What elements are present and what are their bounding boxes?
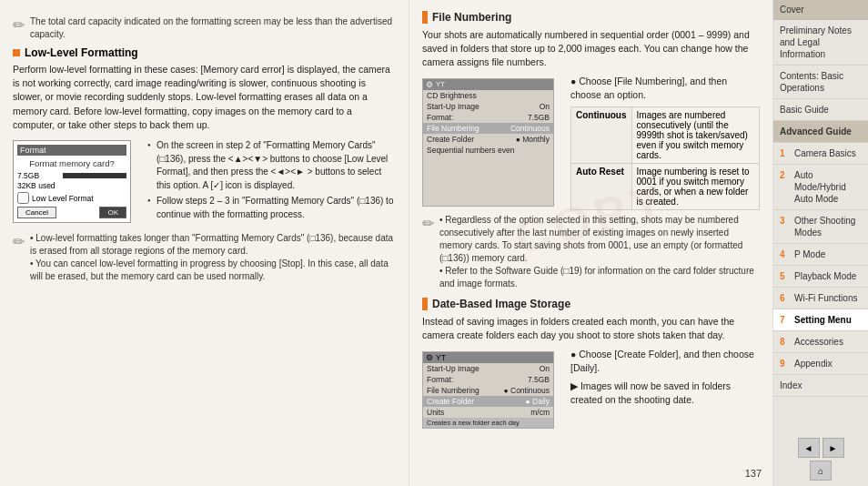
bottom-nav: ◄ ► ⌂ (773, 432, 868, 486)
date-based-section: Date-Based Image Storage Instead of savi… (422, 298, 760, 431)
file-numbering-instruction: ● Choose [File Numbering], and then choo… (570, 75, 760, 102)
date-ss-footer: Creates a new folder each day (423, 418, 553, 428)
date-ss-row-numbering: File Numbering● Continuous (423, 385, 553, 396)
nav-accessories[interactable]: 8 Accessories (773, 331, 868, 353)
left-panel: ✏ The total card capacity indicated on t… (0, 0, 409, 486)
date-based-instructions: ● Choose [Create Folder], and then choos… (570, 348, 760, 432)
nav-index[interactable]: Index (773, 375, 868, 397)
format-used-row: 32KB used (17, 181, 126, 190)
page-number: 137 (742, 466, 765, 481)
ss-row-brightness: CD Brightness (423, 90, 553, 101)
nav-other-shooting[interactable]: 3 Other Shooting Modes (773, 210, 868, 244)
date-based-result: ▶ Images will now be saved in folders cr… (570, 380, 760, 407)
right-panel: Cover Preliminary Notes and Legal Inform… (773, 0, 868, 486)
option-auto-reset-desc: Image numbering is reset to 0001 if you … (631, 164, 759, 210)
top-note: ✏ The total card capacity indicated on t… (13, 15, 396, 41)
low-level-checkbox[interactable] (17, 192, 29, 204)
ss-row-file-numbering: File NumberingContinuous (423, 123, 553, 134)
orange-bar-icon-2 (422, 298, 428, 310)
orange-bar-icon (422, 11, 428, 24)
bottom-note-1: ✏ • Low-level formatting takes longer th… (13, 232, 396, 283)
capacity-bar (63, 173, 126, 178)
nav-num-3: 3 (780, 215, 791, 227)
note-pencil-icon-2: ✏ (13, 233, 25, 283)
date-based-title: Date-Based Image Storage (422, 298, 760, 310)
prev-button[interactable]: ◄ (798, 438, 820, 458)
option-continuous: Continuous Images are numbered consecuti… (571, 107, 760, 164)
nav-auto-mode[interactable]: 2 Auto Mode/Hybrid Auto Mode (773, 165, 868, 210)
nav-arrows: ◄ ► (798, 438, 844, 458)
date-ss-row-units: Unitsm/cm (423, 407, 553, 418)
file-numbering-screenshot: ⚙ YT CD Brightness Start-Up ImageOn Form… (422, 78, 554, 207)
format-dialog-box: Format Format memory card? 7.5GB 32KB us… (13, 140, 131, 223)
ss-row-startup: Start-Up ImageOn (423, 101, 553, 112)
low-level-body: Perform low-level formatting in these ca… (13, 63, 396, 132)
nav-label-setting-menu: Setting Menu (794, 314, 852, 326)
nav-setting-menu[interactable]: 7 Setting Menu (773, 309, 868, 331)
nav-basic-guide[interactable]: Basic Guide (773, 99, 868, 121)
nav-wifi-functions[interactable]: 6 Wi-Fi Functions (773, 288, 868, 309)
low-level-formatting-title: Low-Level Formatting (13, 46, 396, 59)
ok-button[interactable]: OK (99, 207, 126, 218)
nav-playback-mode[interactable]: 5 Playback Mode (773, 266, 868, 288)
file-numbering-notes: ✏ • Regardless of the option selected in… (422, 214, 760, 290)
date-screenshot-title-bar: ⚙ YT (423, 352, 553, 363)
nav-num-8: 8 (780, 336, 791, 348)
nav-advanced-guide[interactable]: Advanced Guide (773, 121, 868, 143)
nav-camera-basics[interactable]: 1 Camera Basics (773, 143, 868, 165)
file-note-icon: ✏ (422, 215, 434, 290)
nav-cover[interactable]: Cover (773, 0, 868, 20)
option-continuous-label: Continuous (571, 107, 632, 164)
format-capacity-row: 7.5GB (17, 171, 126, 180)
top-note-text: The total card capacity indicated on the… (30, 15, 396, 41)
option-auto-reset: Auto Reset Image numbering is reset to 0… (571, 164, 760, 210)
date-ss-row-format: Format:7.5GB (423, 374, 553, 385)
bullet-item-2: Follow steps 2 – 3 in "Formatting Memory… (147, 195, 396, 221)
option-auto-reset-label: Auto Reset (571, 164, 632, 210)
nav-num-2: 2 (780, 169, 791, 181)
nav-p-mode[interactable]: 4 P Mode (773, 244, 868, 266)
gear-icon: ⚙ (426, 80, 433, 89)
nav-label-other-shooting: Other Shooting Modes (794, 215, 862, 238)
date-ss-row-folder: Create Folder● Daily (423, 396, 553, 407)
bottom-notes: ✏ • Low-level formatting takes longer th… (13, 232, 396, 283)
nav-num-9: 9 (780, 358, 791, 370)
format-box-title: Format (17, 145, 126, 156)
format-bullets: On the screen in step 2 of "Formatting M… (147, 139, 396, 224)
nav-label-camera-basics: Camera Basics (794, 147, 856, 159)
nav-contents-basic[interactable]: Contents: Basic Operations (773, 66, 868, 99)
date-ss-row-startup: Start-Up ImageOn (423, 363, 553, 374)
file-numbering-options: ● Choose [File Numbering], and then choo… (570, 75, 760, 210)
low-level-checkbox-row[interactable]: Low Level Format (17, 192, 126, 204)
date-based-screenshot: ⚙ YT Start-Up ImageOn Format:7.5GB File … (422, 351, 554, 429)
nav-appendix[interactable]: 9 Appendix (773, 353, 868, 375)
format-btn-row: Cancel OK (17, 207, 126, 218)
orange-square-icon (13, 49, 20, 56)
cancel-button[interactable]: Cancel (17, 207, 56, 218)
date-screenshot-title-text: YT (436, 353, 446, 362)
file-numbering-body: Your shots are automatically numbered in… (422, 28, 760, 70)
format-question: Format memory card? (17, 158, 126, 168)
nav-num-7: 7 (780, 314, 791, 326)
gear-icon-2: ⚙ (426, 353, 433, 362)
option-continuous-desc: Images are numbered consecutively (until… (631, 107, 759, 164)
nav-num-6: 6 (780, 292, 791, 304)
bottom-note-1-text: • Low-level formatting takes longer than… (30, 232, 396, 283)
center-panel: COPY File Numbering Your shots are autom… (409, 0, 773, 486)
ss-row-sequential: Sequential numbers even (423, 145, 553, 156)
note-pencil-icon: ✏ (13, 16, 25, 41)
next-button[interactable]: ► (823, 438, 844, 458)
nav-preliminary-notes[interactable]: Preliminary Notes and Legal Information (773, 20, 868, 66)
nav-label-wifi-functions: Wi-Fi Functions (794, 292, 857, 304)
ss-row-create-folder: Create Folder● Monthly (423, 134, 553, 145)
home-button[interactable]: ⌂ (810, 461, 832, 481)
nav-label-accessories: Accessories (794, 336, 843, 348)
date-based-body: Instead of saving images in folders crea… (422, 315, 760, 342)
file-note-texts: • Regardless of the option selected in t… (439, 214, 760, 290)
bullet-item-1: On the screen in step 2 of "Formatting M… (147, 139, 396, 192)
file-numbering-title: File Numbering (422, 11, 760, 24)
nav-num-4: 4 (780, 248, 791, 260)
nav-num-1: 1 (780, 147, 791, 159)
options-table: Continuous Images are numbered consecuti… (570, 106, 760, 210)
screenshot-title-text: YT (436, 80, 445, 88)
